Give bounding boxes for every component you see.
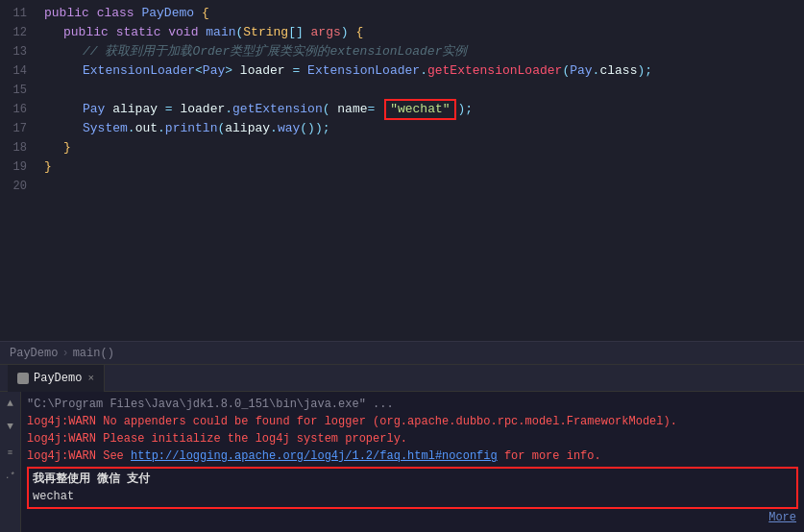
scroll-up-btn[interactable]: ▲ (3, 396, 18, 411)
code-line-13: // 获取到用于加载Order类型扩展类实例的extensionLoader实例 (44, 42, 804, 61)
line-num-13: 13 (4, 42, 33, 61)
breadcrumb-method: main() (73, 347, 114, 360)
console-area: "C:\Program Files\Java\jdk1.8.0_151\bin\… (21, 392, 804, 532)
code-line-17: System.out.println(alipay.way()); (44, 119, 804, 138)
console-warn2: log4j:WARN Please initialize the log4j s… (27, 430, 798, 447)
line-num-16: 16 (4, 100, 33, 119)
console-cmd-line: "C:\Program Files\Java\jdk1.8.0_151\bin\… (27, 396, 798, 413)
code-line-14: ExtensionLoader<Pay> loader = ExtensionL… (44, 61, 804, 81)
filter-btn[interactable]: ≡ (3, 446, 18, 461)
panel-content: ▲ ▼ ≡ .* "C:\Program Files\Java\jdk1.8.0… (0, 392, 804, 532)
line-num-19: 19 (4, 157, 33, 177)
code-line-20 (44, 177, 804, 196)
code-line-12: public static void main(String[] args) { (44, 23, 804, 42)
line-num-20: 20 (4, 177, 33, 196)
breadcrumb-bar: PayDemo › main() (0, 341, 804, 364)
console-highlight-block: 我再整使用 微信 支付 wechat (27, 467, 798, 509)
line-num-12: ▶ 12 (4, 23, 33, 42)
code-line-11: public class PayDemo { (44, 4, 804, 23)
line-num-11: ▶ 11 (4, 4, 33, 23)
line-num-17: 17 (4, 119, 33, 138)
breadcrumb-class: PayDemo (10, 347, 58, 360)
code-line-15 (44, 81, 804, 100)
run-icon (17, 373, 29, 384)
line-num-14: 14 (4, 61, 33, 81)
bottom-panel: PayDemo × ▲ ▼ ≡ .* "C:\Program Files\Jav… (0, 364, 804, 532)
code-line-18: } (44, 138, 804, 157)
tab-close[interactable]: × (87, 373, 94, 384)
console-output1: 我再整使用 微信 支付 (33, 471, 792, 488)
line-numbers: ▶ 11 ▶ 12 13 14 15 16 17 18 19 20 (0, 4, 40, 341)
panel-tabs: PayDemo × (0, 365, 804, 392)
console-output2: wechat (33, 488, 792, 505)
line-num-18: 18 (4, 138, 33, 157)
breadcrumb-separator: › (61, 347, 68, 360)
tab-label: PayDemo (34, 372, 82, 385)
scroll-down-btn[interactable]: ▼ (3, 419, 18, 434)
line-num-15: 15 (4, 81, 33, 100)
code-lines: public class PayDemo { public static voi… (40, 4, 804, 341)
code-content: ▶ 11 ▶ 12 13 14 15 16 17 18 19 20 public… (0, 0, 804, 341)
code-line-16: Pay alipay = loader.getExtension( name= … (44, 100, 804, 119)
more-link[interactable]: More (768, 509, 796, 526)
log4j-link[interactable]: http://logging.apache.org/log4j/1.2/faq.… (131, 449, 498, 463)
editor-area: ▶ 11 ▶ 12 13 14 15 16 17 18 19 20 public… (0, 0, 804, 364)
console-warn1: log4j:WARN No appenders could be found f… (27, 413, 798, 430)
console-warn3: log4j:WARN See http://logging.apache.org… (27, 447, 798, 465)
panel-sidebar: ▲ ▼ ≡ .* (0, 392, 21, 532)
code-line-19: } (44, 157, 804, 177)
regex-btn[interactable]: .* (3, 469, 18, 484)
panel-tab-paydemo[interactable]: PayDemo × (8, 365, 105, 392)
